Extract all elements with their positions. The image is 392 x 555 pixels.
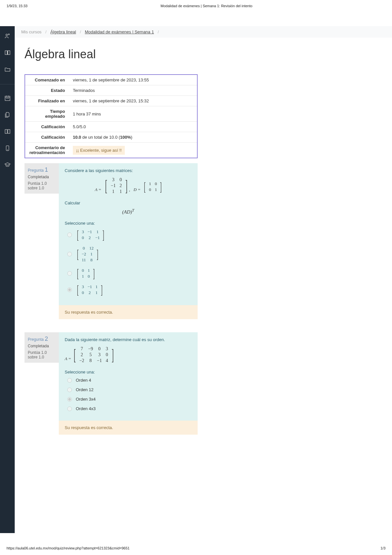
answer-radio[interactable]: [67, 388, 72, 392]
breadcrumb-link-course[interactable]: Álgebra lineal: [50, 29, 76, 34]
attempt-summary-table: Comenzado enviernes, 1 de septiembre de …: [24, 74, 198, 158]
option-matrix: [3−11021]: [76, 284, 104, 296]
feedback-box: ¡¡ Excelente, sigue así !!: [73, 146, 125, 155]
folder-icon[interactable]: [4, 66, 11, 74]
answer-radio[interactable]: [67, 378, 72, 383]
print-timestamp: 1/9/23, 15:33: [7, 4, 27, 8]
question-feedback: Su respuesta es correcta.: [59, 421, 198, 435]
breadcrumb-item: Mis cursos: [21, 29, 41, 34]
files-icon[interactable]: [4, 112, 11, 119]
option-text: Orden 12: [76, 387, 93, 392]
print-header: 1/9/23, 15:33 Modalidad de exámenes | Se…: [7, 4, 385, 8]
users-icon[interactable]: [4, 33, 11, 40]
breadcrumb: Mis cursos / Álgebra lineal / Modalidad …: [15, 26, 392, 38]
answer-radio[interactable]: [67, 407, 72, 411]
svg-point-0: [6, 34, 8, 36]
option-text: Orden 4: [76, 378, 91, 383]
question-info: Pregunta 1 Completada Puntúa 1.0 sobre 1…: [24, 163, 59, 194]
svg-point-3: [6, 98, 7, 98]
option-matrix: [012−21118]: [76, 245, 99, 263]
question-1: Pregunta 1 Completada Puntúa 1.0 sobre 1…: [24, 163, 198, 319]
grad-icon[interactable]: [4, 162, 11, 169]
mobile-icon[interactable]: [4, 145, 11, 152]
print-title: Modalidad de exámenes | Semana 1: Revisi…: [161, 4, 253, 8]
print-url: https://aula06.utel.edu.mx/mod/quiz/revi…: [7, 546, 130, 550]
svg-point-7: [7, 150, 8, 150]
answer-radio[interactable]: [67, 271, 72, 276]
print-page: 1/3: [381, 546, 385, 550]
answer-radio[interactable]: [67, 287, 72, 292]
calendar-icon[interactable]: [4, 95, 11, 102]
answer-radio[interactable]: [67, 252, 72, 256]
page-title: Álgebra lineal: [24, 47, 392, 61]
print-footer: https://aula06.utel.edu.mx/mod/quiz/revi…: [7, 546, 385, 550]
question-2: Pregunta 2 Completada Puntúa 1.0 sobre 1…: [24, 332, 198, 435]
question-info: Pregunta 2 Completada Puntúa 1.0 sobre 1…: [24, 332, 59, 363]
book-icon[interactable]: [4, 49, 11, 57]
option-matrix: [3−1102−1]: [76, 229, 106, 241]
answer-radio[interactable]: [67, 233, 72, 237]
svg-point-4: [7, 98, 8, 98]
book2-icon[interactable]: [4, 128, 11, 136]
sidebar: [0, 26, 15, 533]
q1-options: [3−1102−1][012−21118][0110][3−11021]: [65, 229, 192, 296]
svg-point-5: [8, 98, 8, 98]
option-text: Orden 4x3: [76, 406, 96, 411]
question-prompt: Considere a las siguientes matrices:: [65, 168, 192, 173]
q2-options: Orden 4Orden 12Orden 3x4Orden 4x3: [65, 378, 192, 411]
option-text: Orden 3x4: [76, 397, 96, 402]
question-prompt: Dada la siguiente matriz, determine cuál…: [65, 337, 192, 342]
answer-radio[interactable]: [67, 397, 72, 402]
option-matrix: [0110]: [76, 268, 96, 279]
question-feedback: Su respuesta es correcta.: [59, 305, 198, 319]
svg-point-1: [8, 34, 9, 35]
breadcrumb-link-module[interactable]: Modalidad de exámenes | Semana 1: [85, 29, 154, 34]
